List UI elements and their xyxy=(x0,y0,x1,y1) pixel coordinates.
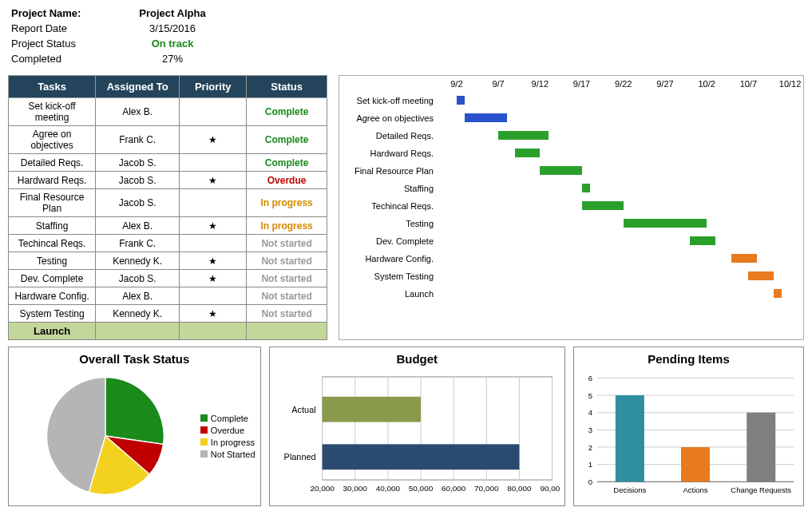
col-tasks: Tasks xyxy=(9,76,96,98)
task-status: Complete xyxy=(247,98,327,126)
completed-label: Completed xyxy=(11,52,123,65)
pending-ytick: 0 xyxy=(588,478,592,486)
task-table: Tasks Assigned To Priority Status Set ki… xyxy=(8,75,327,340)
task-assignee: Alex B. xyxy=(96,287,180,305)
table-row: System TestingKennedy K.★Not started xyxy=(9,305,327,323)
pending-ytick: 6 xyxy=(588,374,592,382)
task-priority: ★ xyxy=(180,172,247,189)
legend-item: In progress xyxy=(200,438,255,447)
gantt-row: System Testing xyxy=(344,267,798,285)
pie-title: Overall Task Status xyxy=(14,352,255,366)
gantt-row-label: System Testing xyxy=(344,271,440,281)
launch-row: Launch xyxy=(9,323,327,340)
table-row: Hardward Reqs.Jacob S.★Overdue xyxy=(9,172,327,189)
project-status: On track xyxy=(125,37,220,50)
task-status: Not started xyxy=(247,305,327,323)
budget-xtick: 80,000 xyxy=(507,484,532,493)
gantt-row: Launch xyxy=(344,285,798,303)
task-assignee: Kennedy K. xyxy=(96,305,180,323)
task-priority xyxy=(180,287,247,305)
task-priority xyxy=(180,98,247,126)
report-date: 3/15/2016 xyxy=(125,22,220,35)
pending-bar xyxy=(747,413,775,482)
gantt-bar xyxy=(540,166,581,175)
gantt-row: Hardward Reqs. xyxy=(344,145,798,162)
pending-ytick: 5 xyxy=(588,391,592,400)
gantt-tick: 9/22 xyxy=(615,79,632,89)
pending-ytick: 3 xyxy=(588,426,592,434)
pending-bar xyxy=(616,395,644,481)
gantt-bar xyxy=(582,184,590,192)
task-status: Complete xyxy=(247,154,327,172)
gantt-row: Agree on objectives xyxy=(344,109,798,127)
gantt-bar xyxy=(731,254,756,263)
task-name: Final Resource Plan xyxy=(9,189,96,217)
table-row: Hardware Config.Alex B.Not started xyxy=(9,287,327,305)
gantt-row-label: Staffing xyxy=(344,184,440,193)
gantt-tick: 10/7 xyxy=(740,79,757,89)
table-row: TestingKennedy K.★Not started xyxy=(9,252,327,270)
legend-label: In progress xyxy=(211,438,255,447)
report-date-label: Report Date xyxy=(11,22,123,35)
gantt-bar xyxy=(774,289,782,298)
budget-xtick: 50,000 xyxy=(408,484,433,493)
budget-label: Actual xyxy=(291,405,315,414)
table-row: Agree on objectivesFrank C.★Complete xyxy=(9,126,327,154)
task-assignee: Jacob S. xyxy=(96,189,180,217)
gantt-row: Dev. Complete xyxy=(344,232,798,250)
pending-xtick: Decisions xyxy=(613,485,646,494)
task-assignee: Jacob S. xyxy=(96,154,180,172)
task-assignee: Alex B. xyxy=(96,217,180,235)
gantt-bar xyxy=(498,131,549,140)
gantt-bar xyxy=(624,219,707,228)
task-priority xyxy=(180,235,247,252)
gantt-row-label: Techincal Reqs. xyxy=(344,201,440,211)
task-status: Not started xyxy=(247,252,327,270)
task-priority xyxy=(180,189,247,217)
task-status: Complete xyxy=(247,126,327,154)
table-row: Final Resource PlanJacob S.In progress xyxy=(9,189,327,217)
budget-label: Planned xyxy=(283,452,315,462)
legend-label: Complete xyxy=(211,414,248,423)
legend-label: Not Started xyxy=(211,450,255,459)
task-status: Overdue xyxy=(247,172,327,189)
completed-pct: 27% xyxy=(125,52,220,65)
task-name: Detailed Reqs. xyxy=(9,154,96,172)
pie-slice xyxy=(105,378,164,445)
gantt-row-label: Launch xyxy=(344,289,440,299)
task-priority: ★ xyxy=(180,305,247,323)
gantt-tick: 9/12 xyxy=(532,79,549,89)
legend-item: Not Started xyxy=(200,450,255,459)
pending-xtick: Change Requests xyxy=(731,485,791,494)
legend-swatch xyxy=(200,414,208,422)
gantt-row: Techincal Reqs. xyxy=(344,197,798,215)
legend-label: Overdue xyxy=(211,426,244,435)
gantt-row: Set kick-off meeting xyxy=(344,92,798,109)
budget-bar xyxy=(322,444,519,470)
pending-ytick: 1 xyxy=(588,460,592,469)
task-name: Staffing xyxy=(9,217,96,235)
gantt-row-label: Final Resource Plan xyxy=(344,166,440,176)
pending-ytick: 2 xyxy=(588,443,592,452)
gantt-bar xyxy=(748,271,773,280)
task-name: Testing xyxy=(9,252,96,270)
launch-label: Launch xyxy=(9,323,96,340)
gantt-row: Testing xyxy=(344,215,798,232)
gantt-tick: 9/17 xyxy=(573,79,590,89)
header-table: Project Name:Project Alpha Report Date3/… xyxy=(10,5,222,67)
gantt-row-label: Hardward Reqs. xyxy=(344,149,440,158)
gantt-tick: 9/27 xyxy=(656,79,673,89)
gantt-tick: 9/2 xyxy=(450,79,462,89)
col-priority: Priority xyxy=(180,76,247,98)
gantt-tick: 10/12 xyxy=(779,79,802,89)
budget-panel: Budget 20,00030,00040,00050,00060,00070,… xyxy=(269,347,566,506)
gantt-row-label: Detailed Reqs. xyxy=(344,131,440,141)
project-status-label: Project Status xyxy=(11,37,123,50)
table-row: Set kick-off meetingAlex B.Complete xyxy=(9,98,327,126)
task-assignee: Frank C. xyxy=(96,235,180,252)
task-name: System Testing xyxy=(9,305,96,323)
budget-xtick: 90,000 xyxy=(540,484,560,493)
task-name: Agree on objectives xyxy=(9,126,96,154)
gantt-bar xyxy=(582,201,624,210)
legend-item: Complete xyxy=(200,414,255,423)
